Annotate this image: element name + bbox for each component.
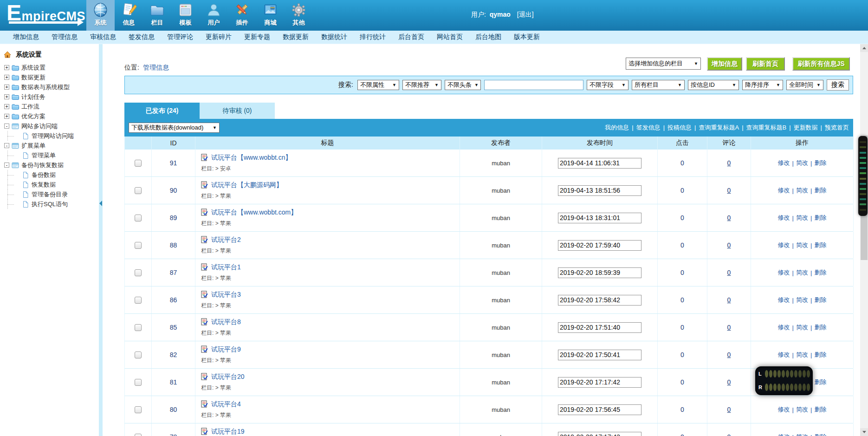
action-quick-edit-link[interactable]: 简改	[796, 268, 808, 277]
tree-expand-icon[interactable]: +	[4, 65, 9, 70]
row-comments-link[interactable]: 0	[727, 433, 731, 436]
tree-item-tables-models[interactable]: +数据表与系统模型	[0, 82, 99, 92]
action-delete-link[interactable]: 删除	[814, 268, 826, 277]
action-edit-link[interactable]: 修改	[778, 296, 790, 304]
tree-item-extended-menu[interactable]: -扩展菜单	[0, 141, 99, 150]
row-time-input[interactable]	[558, 240, 641, 251]
row-checkbox[interactable]	[135, 297, 142, 304]
row-comments-link[interactable]: 0	[727, 269, 731, 276]
action-quick-edit-link[interactable]: 简改	[796, 323, 808, 332]
search-button[interactable]: 搜索	[827, 79, 849, 91]
scroll-up-icon[interactable]	[860, 44, 868, 52]
search-keyword-input[interactable]	[484, 80, 583, 90]
topmenu-item-other[interactable]: 其他	[285, 0, 313, 31]
row-comments-link[interactable]: 0	[727, 241, 731, 249]
tree-expand-icon[interactable]: +	[4, 94, 9, 99]
column-filter[interactable]: 所有栏目▼	[632, 80, 685, 90]
tree-expand-icon[interactable]: +	[4, 75, 9, 80]
tree-item-manage-menu[interactable]: 管理菜单	[0, 150, 99, 160]
nav-update-fragments[interactable]: 更新碎片	[206, 33, 232, 41]
toolbar-link[interactable]: 预览首页	[825, 124, 849, 131]
row-checkbox[interactable]	[135, 351, 142, 358]
row-checkbox[interactable]	[135, 324, 142, 331]
topmenu-item-mall[interactable]: 商城	[256, 0, 285, 31]
action-edit-link[interactable]: 修改	[778, 405, 790, 414]
action-quick-edit-link[interactable]: 简改	[796, 433, 808, 436]
action-edit-link[interactable]: 修改	[778, 186, 790, 195]
tree-item-backup-restore[interactable]: -备份与恢复数据	[0, 160, 99, 170]
tree-item-restore-data[interactable]: 恢复数据	[0, 180, 99, 189]
row-time-input[interactable]	[558, 158, 641, 169]
action-delete-link[interactable]: 删除	[814, 241, 826, 249]
row-time-input[interactable]	[558, 322, 641, 333]
orderby-filter[interactable]: 按信息ID▼	[688, 80, 739, 90]
action-quick-edit-link[interactable]: 简改	[796, 296, 808, 304]
row-title-link[interactable]: 试玩平台【www.wobbt.com】	[211, 208, 297, 217]
nav-version-update[interactable]: 版本更新	[514, 33, 540, 41]
row-time-input[interactable]	[558, 267, 641, 278]
row-checkbox[interactable]	[135, 434, 142, 436]
toolbar-link[interactable]: 查询重复标题A	[699, 124, 739, 131]
row-comments-link[interactable]: 0	[727, 187, 731, 194]
action-quick-edit-link[interactable]: 简改	[796, 351, 808, 359]
tree-item-data-update[interactable]: +数据更新	[0, 72, 99, 82]
action-quick-edit-link[interactable]: 简改	[796, 186, 808, 195]
row-title-link[interactable]: 试玩平台1	[211, 263, 241, 272]
tree-expand-icon[interactable]: +	[4, 104, 9, 109]
tree-item-workflow[interactable]: +工作流	[0, 102, 99, 111]
nav-data-stats[interactable]: 数据统计	[321, 33, 347, 41]
tree-expand-icon[interactable]: +	[4, 114, 9, 119]
row-comments-link[interactable]: 0	[727, 214, 731, 221]
nav-site-home[interactable]: 网站首页	[437, 33, 463, 41]
row-title-link[interactable]: 试玩平台19	[211, 428, 245, 436]
topmenu-item-template[interactable]: 模板	[171, 0, 200, 31]
nav-ranking-stats[interactable]: 排行统计	[360, 33, 386, 41]
tab-published[interactable]: 已发布 (24)	[124, 103, 200, 119]
nav-manage-comments[interactable]: 管理评论	[167, 33, 193, 41]
nav-review-info[interactable]: 审核信息	[90, 33, 116, 41]
row-checkbox[interactable]	[135, 242, 142, 249]
download-table-select[interactable]: 下载系统数据表(download) ▼	[129, 123, 220, 133]
nav-admin-map[interactable]: 后台地图	[475, 33, 501, 41]
row-time-input[interactable]	[558, 295, 641, 306]
tab-pending[interactable]: 待审核 (0)	[200, 103, 275, 119]
row-comments-link[interactable]: 0	[727, 351, 731, 358]
tree-expand-icon[interactable]: +	[4, 85, 9, 90]
row-checkbox[interactable]	[135, 269, 142, 276]
tree-item-optimization[interactable]: +优化方案	[0, 111, 99, 121]
toolbar-link[interactable]: 更新数据	[794, 124, 818, 131]
attr-filter[interactable]: 不限属性▼	[357, 80, 399, 90]
logout-link[interactable]: [退出]	[517, 11, 534, 18]
action-edit-link[interactable]: 修改	[778, 214, 790, 222]
action-quick-edit-link[interactable]: 简改	[796, 159, 808, 167]
breadcrumb-current-link[interactable]: 管理信息	[143, 64, 169, 71]
time-filter[interactable]: 全部时间▼	[786, 80, 823, 90]
action-delete-link[interactable]: 删除	[814, 351, 826, 359]
row-checkbox[interactable]	[135, 379, 142, 386]
row-checkbox[interactable]	[135, 406, 142, 413]
row-title-link[interactable]: 试玩平台9	[211, 345, 241, 354]
action-delete-link[interactable]: 删除	[814, 323, 826, 332]
row-title-link[interactable]: 试玩平台【www.wobbt.cn】	[211, 154, 291, 162]
vertical-scrollbar[interactable]	[860, 44, 868, 436]
tree-item-system-settings[interactable]: +系统设置	[0, 63, 99, 72]
tree-item-backup-data[interactable]: 备份数据	[0, 170, 99, 180]
row-time-input[interactable]	[558, 377, 641, 388]
row-comments-link[interactable]: 0	[727, 324, 731, 331]
tree-item-multi-access[interactable]: -网站多访问端	[0, 121, 99, 131]
row-time-input[interactable]	[558, 185, 641, 196]
tree-collapse-icon[interactable]: -	[4, 143, 9, 148]
action-delete-link[interactable]: 删除	[814, 214, 826, 222]
action-quick-edit-link[interactable]: 简改	[796, 405, 808, 414]
row-comments-link[interactable]: 0	[727, 296, 731, 304]
topmenu-item-plugin[interactable]: 插件	[228, 0, 256, 31]
row-time-input[interactable]	[558, 432, 641, 436]
row-title-link[interactable]: 试玩平台2	[211, 236, 241, 244]
action-delete-link[interactable]: 删除	[814, 296, 826, 304]
row-time-input[interactable]	[558, 350, 641, 360]
row-comments-link[interactable]: 0	[727, 406, 731, 413]
tree-collapse-icon[interactable]: -	[4, 163, 9, 168]
sort-filter[interactable]: 降序排序▼	[742, 80, 783, 90]
nav-manage-info[interactable]: 管理信息	[52, 33, 78, 41]
recommend-filter[interactable]: 不限推荐▼	[402, 80, 441, 90]
